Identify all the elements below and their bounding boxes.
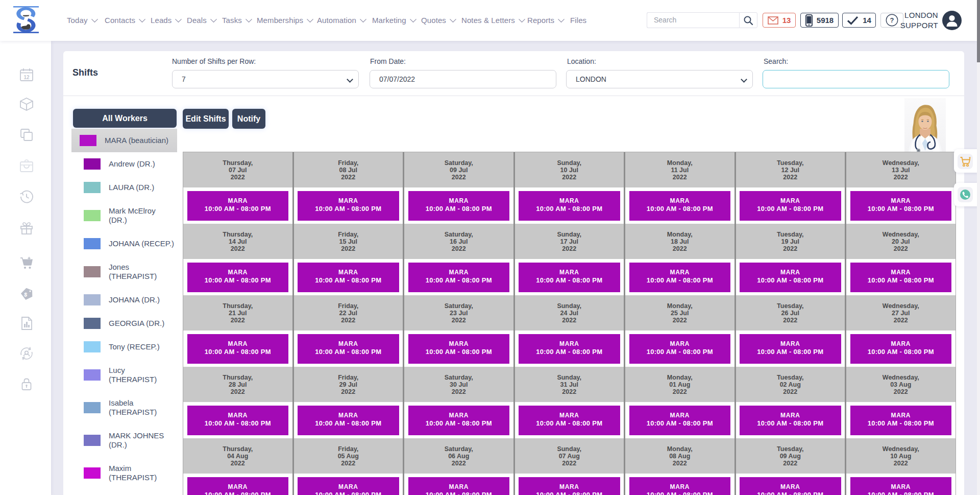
- svg-text:12: 12: [23, 75, 30, 80]
